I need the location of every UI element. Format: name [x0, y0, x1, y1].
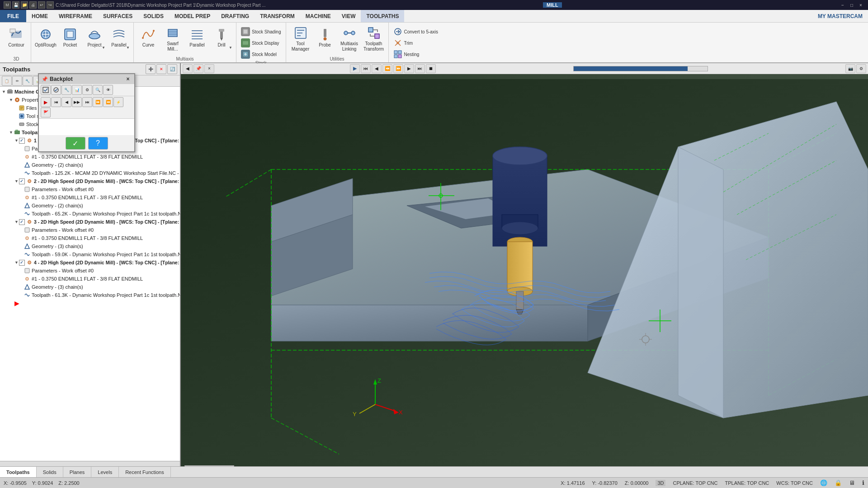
op2-check[interactable]: ✓: [19, 178, 25, 184]
op3-toolpath[interactable]: Toolpath - 59.0K - Dynamic Workshop Proj…: [0, 250, 180, 258]
win-min[interactable]: −: [839, 1, 846, 9]
vt-step-fwd[interactable]: ⏩: [393, 64, 403, 73]
bp-param5[interactable]: 👁: [103, 85, 113, 95]
menu-solids[interactable]: SOLIDS: [138, 10, 169, 22]
bp-select-one[interactable]: [51, 85, 61, 95]
op1-geometry[interactable]: Geometry - (2) chain(s): [0, 161, 180, 169]
op4-geometry[interactable]: Geometry - (3) chain(s): [0, 283, 180, 291]
vt-close[interactable]: ×: [204, 64, 214, 73]
op3-check[interactable]: ✓: [19, 219, 25, 225]
play-item[interactable]: ▶: [0, 299, 180, 307]
backplot-ok-button[interactable]: ✓: [66, 137, 85, 150]
ribbon-btn-tool-manager[interactable]: Tool Manager: [289, 24, 312, 53]
bp-view6[interactable]: ⏩: [93, 97, 103, 107]
op2-item[interactable]: ▼ ✓ ⚙ 2 - 2D High Speed (2D Dynamic Mill…: [0, 177, 180, 185]
op2-tool[interactable]: ⚙ #1 - 0.3750 ENDMILL1 FLAT - 3/8 FLAT E…: [0, 193, 180, 202]
bp-param1[interactable]: 🔧: [61, 85, 71, 95]
ribbon-btn-swarf[interactable]: Swarf Mill...: [161, 24, 184, 53]
bp-view5[interactable]: ⏭: [82, 97, 92, 107]
ribbon-btn-multiaxis-linking[interactable]: Multiaxis Linking: [338, 24, 361, 53]
backplot-pin-icon[interactable]: 📌: [42, 76, 48, 82]
vt-settings[interactable]: ⚙: [856, 64, 866, 73]
vt-back[interactable]: ◀: [372, 64, 382, 73]
bp-view3[interactable]: ◀: [61, 97, 71, 107]
ribbon-btn-trim[interactable]: Trim: [392, 38, 440, 48]
ribbon-btn-contour[interactable]: Contour: [5, 24, 28, 51]
op3-params[interactable]: Parameters - Work offset #0: [0, 226, 180, 234]
backplot-help-button[interactable]: ?: [88, 137, 108, 150]
op1-toolpath[interactable]: Toolpath - 125.2K - MCAM 2D DYNAMIC Work…: [0, 169, 180, 177]
vt-pin[interactable]: 📌: [193, 64, 203, 73]
bp-view1[interactable]: ▶: [41, 97, 51, 107]
op2-toolpath[interactable]: Toolpath - 65.2K - Dynamic Workshop Proj…: [0, 210, 180, 218]
backplot-close-button[interactable]: ×: [124, 75, 132, 83]
bp-param4[interactable]: 🔍: [93, 85, 103, 95]
tp-tool1[interactable]: 📋: [2, 76, 12, 86]
menu-machine[interactable]: MACHINE: [300, 10, 336, 22]
vt-step-back[interactable]: ⏪: [382, 64, 392, 73]
op4-tool[interactable]: ⚙ #1 - 0.3750 ENDMILL1 FLAT - 3/8 FLAT E…: [0, 275, 180, 283]
ribbon-btn-drill[interactable]: Drill ▼: [210, 24, 233, 51]
bp-wire[interactable]: ⚡: [113, 97, 123, 107]
win-close[interactable]: ×: [857, 1, 864, 9]
tp-add-button[interactable]: ➕: [146, 64, 156, 74]
bp-select-all[interactable]: [41, 85, 51, 95]
quick-open[interactable]: 📁: [21, 1, 28, 9]
bp-view7[interactable]: ⏪: [103, 97, 113, 107]
op4-item[interactable]: ▼ ✓ ⚙ 4 - 2D High Speed (2D Dynamic Mill…: [0, 258, 180, 267]
vt-rewind[interactable]: ⏮: [361, 64, 371, 73]
btab-solids[interactable]: Solids: [37, 467, 63, 477]
vt-end[interactable]: ⏭: [415, 64, 425, 73]
ribbon-btn-parallel[interactable]: Parallel ▼: [107, 24, 131, 51]
tp-delete-button[interactable]: ✕: [156, 64, 166, 74]
tp-tool3[interactable]: 🔧: [23, 76, 33, 86]
vt-fwd[interactable]: ▶: [404, 64, 414, 73]
vt-collapse[interactable]: ◀: [183, 64, 193, 73]
bp-view4[interactable]: ▶▶: [72, 97, 82, 107]
bp-param2[interactable]: 📊: [72, 85, 82, 95]
ribbon-btn-pocket[interactable]: Pocket: [58, 24, 82, 51]
menu-view[interactable]: VIEW: [336, 10, 361, 22]
op2-params[interactable]: Parameters - Work offset #0: [0, 185, 180, 193]
vt-play[interactable]: ▶: [350, 64, 360, 73]
tp-regen-button[interactable]: 🔄: [167, 64, 177, 74]
status-globe-icon[interactable]: 🌐: [820, 479, 827, 486]
ribbon-btn-curve[interactable]: Curve: [137, 24, 160, 51]
bp-flag[interactable]: 🚩: [41, 108, 51, 117]
win-max[interactable]: □: [848, 1, 855, 9]
btab-levels[interactable]: Levels: [91, 467, 119, 477]
bp-view2[interactable]: ⏮: [51, 97, 61, 107]
ribbon-btn-parallel2[interactable]: Parallel: [185, 24, 209, 51]
menu-transform[interactable]: TRANSFORM: [255, 10, 300, 22]
ribbon-btn-stock-display[interactable]: Stock Display: [239, 38, 283, 48]
ribbon-btn-convert-5axis[interactable]: Convert to 5-axis: [392, 26, 440, 37]
menu-drafting[interactable]: DRAFTING: [216, 10, 255, 22]
tp-tool2[interactable]: ✏: [12, 76, 22, 86]
menu-wireframe[interactable]: WIREFRAME: [53, 10, 98, 22]
ribbon-btn-toolpath-transform[interactable]: Toolpath Transform: [362, 24, 386, 53]
op2-geometry[interactable]: Geometry - (2) chain(s): [0, 202, 180, 210]
vt-camera[interactable]: 📷: [845, 64, 855, 73]
redo[interactable]: ↪: [47, 1, 54, 9]
ribbon-btn-probe[interactable]: Probe: [313, 24, 337, 51]
undo[interactable]: ↩: [38, 1, 45, 9]
op4-check[interactable]: ✓: [19, 260, 25, 266]
vt-progress-bar[interactable]: [573, 66, 708, 71]
vt-stop[interactable]: ⏹: [426, 64, 436, 73]
btab-recent-functions[interactable]: Recent Functions: [119, 467, 171, 477]
op3-geometry[interactable]: Geometry - (3) chain(s): [0, 242, 180, 250]
ribbon-btn-project[interactable]: Project ▼: [83, 24, 106, 51]
bp-param3[interactable]: ⚙: [82, 85, 92, 95]
op1-check[interactable]: ✓: [19, 138, 25, 144]
menu-home[interactable]: HOME: [26, 10, 53, 22]
tree-scrollbar-h[interactable]: [0, 461, 180, 466]
menu-file[interactable]: FILE: [0, 10, 26, 22]
quick-save[interactable]: 💾: [12, 1, 19, 9]
status-info-icon[interactable]: ℹ: [862, 479, 864, 486]
menu-toolpaths[interactable]: TOOLPATHS: [361, 10, 404, 22]
op4-params[interactable]: Parameters - Work offset #0: [0, 267, 180, 275]
viewport-canvas[interactable]: Z X Y Main Viewsheet ▼: [181, 74, 868, 466]
op3-tool[interactable]: ⚙ #1 - 0.3750 ENDMILL1 FLAT - 3/8 FLAT E…: [0, 234, 180, 242]
btab-toolpaths[interactable]: Toolpaths: [0, 467, 37, 477]
ribbon-btn-stock-shading[interactable]: Stock Shading: [239, 26, 283, 37]
